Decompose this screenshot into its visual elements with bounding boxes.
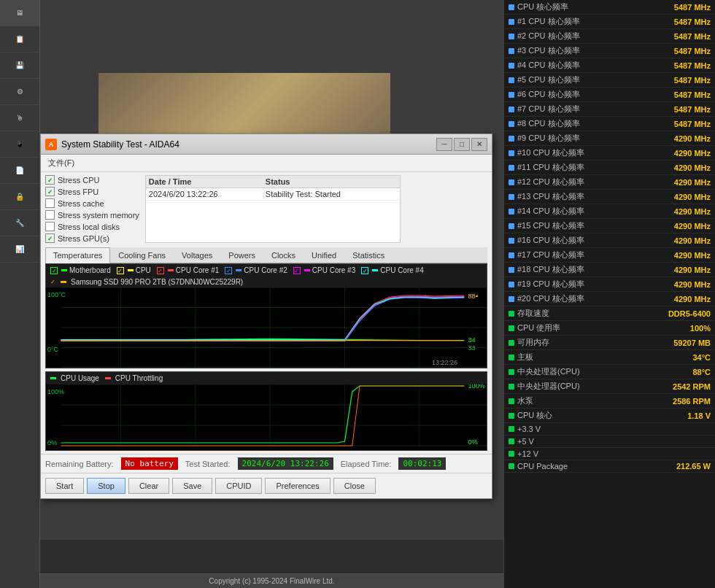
row-value: 5487 MHz — [674, 61, 711, 70]
row-label: #13 CPU 核心频率 — [517, 191, 584, 202]
stress-item[interactable]: Stress GPU(s) — [45, 233, 139, 243]
svg-text:0%: 0% — [468, 438, 477, 446]
sidebar-item-软件[interactable]: 📄 — [0, 158, 39, 184]
chart1-canvas: 100°C 0°C — [46, 287, 487, 368]
bullet-icon — [509, 413, 514, 419]
sidebar-item-存储[interactable]: 💾 — [0, 53, 39, 79]
sidebar-item-计算机[interactable]: 🖥 — [0, 0, 39, 26]
bullet-icon — [509, 311, 514, 317]
right-panel-row: CPU Package212.65 W — [504, 460, 715, 473]
elapsed-value: 00:02:13 — [398, 457, 446, 470]
row-value: 4290 MHz — [674, 236, 711, 245]
save-button[interactable]: Save — [172, 478, 212, 494]
row-value: 4290 MHz — [674, 134, 711, 143]
sidebar-item-操作[interactable]: ⚙ — [0, 79, 39, 105]
tab-voltages[interactable]: Voltages — [174, 247, 220, 263]
sidebar-icon: 📄 — [15, 166, 24, 174]
stress-checkbox[interactable] — [45, 175, 55, 185]
legend-sub-checkbox-icon: ✓ — [50, 279, 55, 285]
legend-item: ✓CPU Core #3 — [293, 266, 355, 274]
legend-checkbox-icon: ✓ — [117, 267, 124, 274]
tab-unified[interactable]: Unified — [304, 247, 344, 263]
row-label: #19 CPU 核心频率 — [517, 279, 584, 290]
legend-color-dot — [128, 269, 134, 271]
legend-label: CPU Core #3 — [312, 266, 355, 274]
row-label: #14 CPU 核心频率 — [517, 206, 584, 217]
right-panel-row: #9 CPU 核心频率4290 MHz — [504, 131, 715, 146]
sidebar-item-设备[interactable]: 📱 — [0, 131, 39, 158]
right-panel-row: #11 CPU 核心频率4290 MHz — [504, 160, 715, 175]
bullet-icon — [509, 34, 514, 39]
close-button[interactable]: Close — [333, 478, 376, 494]
clear-button[interactable]: Clear — [128, 478, 169, 494]
legend-color-dot — [168, 269, 174, 271]
bullet-icon — [509, 426, 514, 432]
stress-item[interactable]: Stress local disks — [45, 222, 139, 231]
start-button[interactable]: Start — [45, 478, 84, 494]
stress-item[interactable]: Stress system memory — [45, 210, 139, 220]
row-label: 中央处理器(CPU) — [517, 381, 580, 392]
stress-checkbox[interactable] — [45, 198, 55, 208]
stress-checkbox[interactable] — [45, 222, 55, 231]
row-label: #15 CPU 核心频率 — [517, 220, 584, 231]
tab-clocks[interactable]: Clocks — [263, 247, 304, 263]
button-bar: StartStopClearSaveCPUIDPreferencesClose — [41, 473, 492, 498]
chart2-svg: 100% 0% — [46, 384, 487, 446]
left-sidebar: 🖥📋💾⚙🖱📱📄🔒🔧📊 — [0, 0, 40, 588]
sidebar-item-主板[interactable]: 📋 — [0, 26, 39, 53]
tab-bar: TemperaturesCooling FansVoltagesPowersCl… — [45, 247, 487, 263]
bullet-icon — [509, 194, 514, 200]
legend-label: CPU — [136, 266, 151, 274]
row-label: 水泵 — [517, 395, 533, 406]
close-button[interactable]: ✕ — [471, 138, 487, 151]
maximize-button[interactable]: □ — [454, 138, 470, 151]
window-title: System Stability Test - AIDA64 — [61, 139, 436, 150]
sidebar-icon: 🔧 — [15, 219, 24, 227]
row-label: #16 CPU 核心频率 — [517, 235, 584, 246]
stop-button[interactable]: Stop — [87, 478, 125, 494]
right-panel-row: #12 CPU 核心频率4290 MHz — [504, 175, 715, 190]
legend-color-dot — [372, 269, 378, 271]
test-started-label: Test Started: — [185, 460, 231, 468]
bullet-icon — [509, 19, 514, 25]
stress-checkbox[interactable] — [45, 187, 55, 196]
row-value: 5487 MHz — [674, 3, 711, 12]
sidebar-item-性能[interactable]: 📊 — [0, 236, 39, 263]
row-label: #7 CPU 核心频率 — [517, 104, 580, 115]
bullet-icon — [509, 451, 514, 457]
sidebar-item-配置[interactable]: 🔧 — [0, 210, 39, 236]
right-panel-row: #4 CPU 核心频率5487 MHz — [504, 58, 715, 73]
tab-temperatures[interactable]: Temperatures — [45, 247, 110, 263]
cpuid-button[interactable]: CPUID — [215, 478, 262, 494]
stress-item[interactable]: Stress FPU — [45, 187, 139, 196]
legend-color-dot — [304, 269, 310, 271]
bullet-icon — [509, 340, 514, 346]
row-label: +3.3 V — [517, 425, 541, 433]
sidebar-item-安全[interactable]: 🔒 — [0, 184, 39, 210]
tab-statistics[interactable]: Statistics — [344, 247, 393, 263]
row-value: 4290 MHz — [674, 178, 711, 187]
window-controls[interactable]: ─ □ ✕ — [436, 138, 487, 151]
tab-cooling-fans[interactable]: Cooling Fans — [110, 247, 174, 263]
log-datetime: 2024/6/20 13:22:26 — [149, 190, 266, 198]
row-label: #2 CPU 核心频率 — [517, 31, 580, 42]
minimize-button[interactable]: ─ — [436, 138, 452, 151]
stress-checkbox[interactable] — [45, 233, 55, 243]
bullet-icon — [509, 179, 514, 185]
right-panel-row: CPU 使用率100% — [504, 321, 715, 336]
stress-item[interactable]: Stress CPU — [45, 175, 139, 185]
right-panel-row: 水泵2586 RPM — [504, 394, 715, 409]
legend-item: ✓CPU Core #2 — [225, 266, 287, 274]
menu-bar: 文件(F) — [41, 155, 492, 172]
bullet-icon — [509, 165, 514, 171]
tab-powers[interactable]: Powers — [220, 247, 263, 263]
stress-item[interactable]: Stress cache — [45, 198, 139, 208]
row-label: #12 CPU 核心频率 — [517, 177, 584, 187]
sidebar-item-显示[interactable]: 🖱 — [0, 105, 39, 131]
row-value: 212.65 W — [676, 462, 711, 471]
preferences-button[interactable]: Preferences — [265, 478, 330, 494]
menu-file[interactable]: 文件(F) — [45, 156, 77, 170]
row-value: 5487 MHz — [674, 18, 711, 26]
bullet-icon — [509, 4, 514, 10]
stress-checkbox[interactable] — [45, 210, 55, 220]
